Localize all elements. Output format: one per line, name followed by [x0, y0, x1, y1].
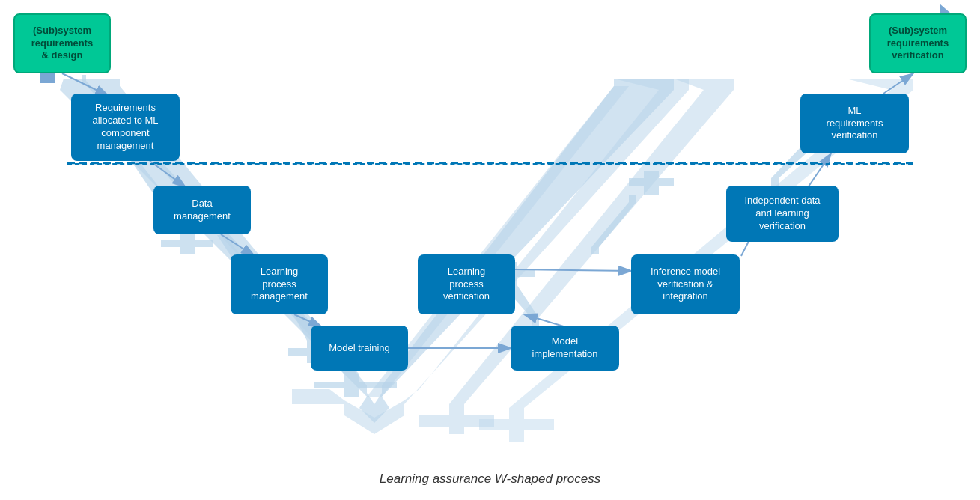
diagram-container: (Sub)systemrequirements& design(Sub)syst…	[0, 0, 980, 500]
svg-line-17	[221, 234, 255, 256]
req-allocated: Requirementsallocated to MLcomponentmana…	[71, 94, 180, 161]
diagram-caption: Learning assurance W-shaped process	[0, 472, 980, 487]
svg-line-21	[515, 269, 632, 271]
learning-process-verif: Learningprocessverification	[418, 254, 515, 314]
svg-marker-12	[569, 171, 674, 254]
indep-data-verif: Independent dataand learningverification	[726, 186, 839, 242]
subsystem-req-verif: (Sub)systemrequirementsverification	[869, 13, 967, 73]
svg-line-23	[809, 153, 831, 186]
diagram-svg	[0, 0, 980, 500]
model-training: Model training	[311, 326, 408, 371]
subsystem-req-design: (Sub)systemrequirements& design	[13, 13, 111, 73]
inference-model-verif: Inference modelverification &integration	[631, 254, 740, 314]
model-implementation: Modelimplementation	[511, 326, 619, 371]
dashed-separator-line	[67, 163, 913, 165]
svg-line-24	[883, 73, 913, 94]
svg-line-16	[150, 161, 186, 187]
svg-marker-26	[40, 73, 55, 83]
ml-req-verif: MLrequirementsverification	[800, 94, 909, 153]
learning-process-mgmt: Learningprocessmanagement	[231, 254, 328, 314]
svg-line-15	[62, 73, 109, 96]
data-management: Datamanagement	[153, 186, 251, 234]
